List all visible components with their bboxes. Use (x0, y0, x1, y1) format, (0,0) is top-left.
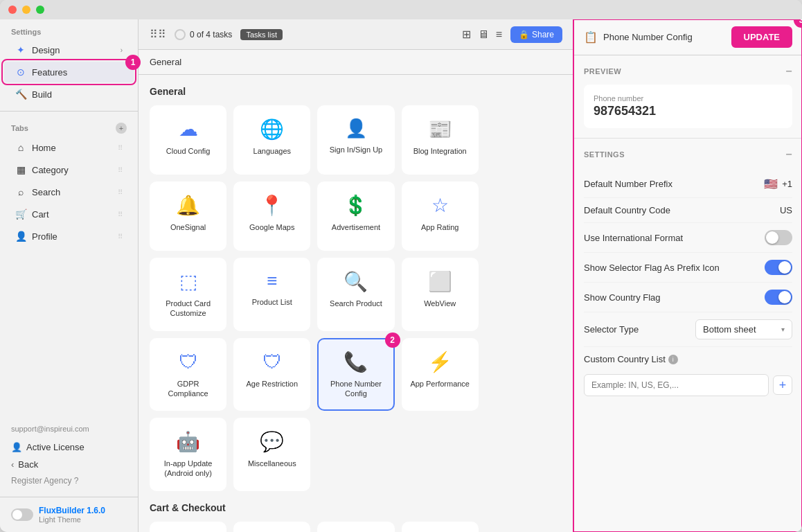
sidebar-item-label-features: Features (32, 67, 123, 78)
custom-country-section: Custom Country List i + (584, 347, 792, 403)
feature-card-onesignal[interactable]: 🔔 OneSignal (150, 181, 226, 251)
sidebar-item-features[interactable]: ⊙ Features 1 (4, 62, 134, 82)
add-tab-button[interactable]: + (116, 123, 127, 134)
custom-country-header-row: Custom Country List i (584, 347, 792, 374)
grid-icon[interactable]: ⠿⠿ (150, 28, 166, 41)
license-icon: 👤 (11, 442, 22, 452)
feature-card-shopping-cart[interactable]: 🛒 Shopping Cart (233, 522, 310, 532)
international-toggle-knob (766, 231, 778, 244)
register-agency-link[interactable]: Register Agency ? (11, 473, 127, 488)
preview-value: 987654321 (594, 104, 783, 118)
prefix-value[interactable]: 🇺🇸 +1 (764, 177, 792, 190)
close-button[interactable] (8, 6, 17, 14)
feature-card-currencies[interactable]: 💲 Currencies (150, 522, 226, 532)
feature-card-app-performance[interactable]: ⚡ App Performance (402, 338, 479, 411)
sidebar-tab-cart[interactable]: 🛒 Cart ⠿ (4, 204, 134, 224)
webview-label: WebView (424, 299, 456, 308)
cart-checkout-section-title: Cart & Checkout (150, 502, 562, 513)
international-toggle[interactable] (765, 230, 792, 245)
preview-collapse-button[interactable]: − (785, 65, 792, 78)
sidebar-tab-profile[interactable]: 👤 Profile ⠿ (4, 226, 134, 247)
feature-card-advertisement[interactable]: 💲 Advertisement (317, 181, 394, 251)
sidebar-item-build[interactable]: 🔨 Build (4, 84, 134, 105)
feature-card-phone-number-config[interactable]: 📞 Phone Number Config 2 (317, 338, 394, 411)
app-rating-icon: ☆ (431, 194, 449, 217)
selector-flag-toggle-knob (778, 261, 791, 274)
feature-card-google-maps[interactable]: 📍 Google Maps (233, 181, 310, 251)
settings-section: SETTINGS − Default Number Prefix 🇺🇸 +1 D… (574, 139, 802, 532)
grid-container[interactable]: General ☁ Cloud Config 🌐 Languages 👤 Sig… (139, 75, 573, 532)
settings-collapse-button[interactable]: − (785, 148, 792, 161)
right-panel-header: 📋 Phone Number Config UPDATE (574, 19, 802, 55)
app-performance-icon: ⚡ (428, 351, 452, 373)
feature-card-app-rating[interactable]: ☆ App Rating (402, 181, 479, 251)
active-license-label: Active License (26, 442, 84, 452)
feature-card-product-card-customize[interactable]: ⬚ Product Card Customize (150, 258, 226, 331)
sidebar: Settings ✦ Design › ⊙ Features 1 🔨 Build (0, 19, 139, 532)
onesignal-label: OneSignal (170, 222, 206, 232)
expand-icon[interactable]: ⊞ (462, 28, 471, 41)
tasks-list-badge[interactable]: Tasks list (240, 29, 283, 40)
sidebar-tab-category[interactable]: ▦ Category ⠿ (4, 159, 134, 180)
profile-icon: 👤 (15, 231, 26, 242)
task-dot (175, 29, 186, 40)
feature-card-miscellaneous[interactable]: 💬 Miscellaneous (233, 418, 310, 491)
country-flag-toggle[interactable] (765, 290, 792, 305)
monitor-icon[interactable]: 🖥 (478, 28, 489, 41)
register-agency-q: ? (74, 476, 79, 486)
feature-card-search-product[interactable]: 🔍 Search Product (317, 258, 394, 331)
selector-flag-label: Show Selector Flag As Prefix Icon (584, 263, 720, 273)
active-license-link[interactable]: 👤 Active License (11, 438, 127, 456)
drag-handle-2[interactable]: ⠿ (118, 166, 123, 174)
toolbar: ⠿⠿ 0 of 4 tasks Tasks list ⊞ 🖥 ≡ 🔒 Share (139, 19, 573, 50)
drag-handle[interactable]: ⠿ (118, 144, 123, 152)
feature-card-in-app-update[interactable]: 🤖 In-app Update (Android only) (150, 418, 226, 491)
blog-integration-label: Blog Integration (413, 146, 467, 156)
custom-country-input[interactable] (584, 374, 769, 396)
minimize-button[interactable] (22, 6, 30, 14)
settings-row-international: Use International Format (584, 223, 792, 253)
feature-card-age-restriction[interactable]: 🛡 Age Restriction (233, 338, 310, 411)
feature-card-blog-integration[interactable]: 📰 Blog Integration (402, 105, 479, 175)
in-app-update-label: In-app Update (Android only) (157, 459, 220, 479)
google-maps-label: Google Maps (249, 222, 294, 232)
home-icon: ⌂ (15, 142, 26, 153)
feature-card-languages[interactable]: 🌐 Languages (233, 105, 310, 175)
back-link[interactable]: ‹ Back (11, 456, 127, 473)
selector-type-dropdown[interactable]: Bottom sheet ▾ (695, 319, 792, 339)
cart-icon: 🛒 (15, 209, 26, 220)
list-icon[interactable]: ≡ (496, 28, 502, 41)
languages-label: Languages (253, 146, 291, 156)
feature-card-webview[interactable]: ⬜ WebView (402, 258, 479, 331)
sidebar-item-design[interactable]: ✦ Design › (4, 39, 134, 60)
update-button[interactable]: UPDATE (731, 26, 792, 48)
sign-in-up-label: Sign In/Sign Up (330, 145, 382, 154)
divider-1 (0, 111, 138, 112)
sidebar-tab-home-label: Home (32, 143, 112, 153)
drag-handle-4[interactable]: ⠿ (118, 211, 123, 218)
panel-header-icon: 📋 (584, 30, 598, 44)
miscellaneous-icon: 💬 (260, 430, 284, 453)
selector-flag-toggle[interactable] (765, 260, 792, 275)
sidebar-tab-cart-label: Cart (32, 209, 112, 220)
feature-card-cloud-config[interactable]: ☁ Cloud Config (150, 105, 226, 175)
feature-card-coupon[interactable]: 🏷 Coupon (317, 522, 394, 532)
product-list-label: Product List (252, 297, 292, 307)
country-code-value: US (780, 205, 792, 215)
feature-card-gdpr[interactable]: 🛡 GDPR Compliance (150, 338, 226, 411)
search-product-label: Search Product (330, 299, 382, 308)
drag-handle-3[interactable]: ⠿ (118, 188, 123, 196)
share-button[interactable]: 🔒 Share (510, 26, 562, 43)
drag-handle-5[interactable]: ⠿ (118, 233, 123, 240)
feature-card-product-list[interactable]: ≡ Product List (233, 258, 310, 331)
languages-icon: 🌐 (260, 118, 284, 141)
sidebar-tab-home[interactable]: ⌂ Home ⠿ (4, 137, 134, 158)
tabs-section-label: Tabs (11, 124, 28, 132)
add-country-button[interactable]: + (773, 375, 792, 395)
annotation-2: 2 (385, 332, 400, 348)
feature-card-sign-in-up[interactable]: 👤 Sign In/Sign Up (317, 105, 394, 175)
sidebar-tab-search[interactable]: ⌕ Search ⠿ (4, 181, 134, 202)
theme-toggle[interactable] (11, 508, 33, 521)
feature-card-point-reward[interactable]: 🎁 Point & Reward (402, 522, 479, 532)
maximize-button[interactable] (36, 6, 44, 14)
